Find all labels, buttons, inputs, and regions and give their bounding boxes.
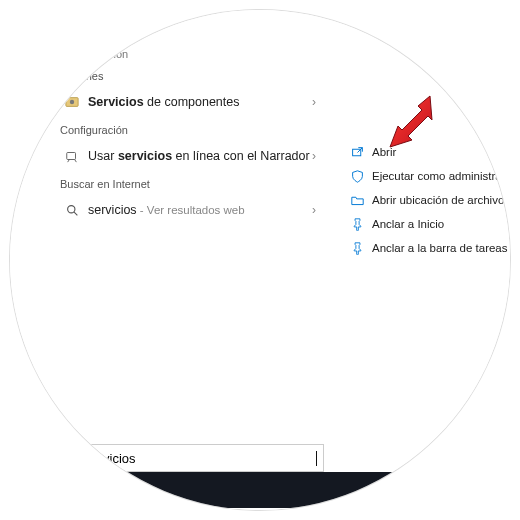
- svg-rect-13: [474, 486, 479, 488]
- action-pin-start[interactable]: Anclar a Inicio: [350, 212, 510, 236]
- file-explorer-icon[interactable]: [461, 472, 503, 508]
- result-narrador-services[interactable]: Usar servicios en línea con el Narrador …: [60, 142, 320, 170]
- search-box[interactable]: [58, 444, 324, 472]
- pin-taskbar-icon: [350, 241, 364, 255]
- svg-point-3: [67, 205, 74, 212]
- start-search-panel: Aplicación caciones Servicios de compone…: [10, 10, 510, 510]
- action-open-location[interactable]: Abrir ubicación de archivo: [350, 188, 510, 212]
- action-label: Abrir: [372, 146, 396, 158]
- taskbar-icons: [377, 472, 510, 508]
- svg-rect-12: [446, 493, 448, 496]
- action-open[interactable]: Abrir: [350, 140, 510, 164]
- action-label: Anclar a la barra de tareas: [372, 242, 508, 254]
- folder-icon: [350, 193, 364, 207]
- context-actions: Abrir Ejecutar como administrador Abrir …: [350, 140, 510, 260]
- section-web: Buscar en Internet: [60, 178, 320, 190]
- text-caret: [316, 451, 317, 466]
- svg-line-7: [73, 458, 76, 461]
- svg-point-8: [392, 484, 404, 496]
- action-label: Abrir ubicación de archivo: [372, 194, 504, 206]
- section-apps: caciones: [60, 70, 320, 82]
- svg-rect-2: [67, 153, 76, 160]
- result-label: Usar servicios en línea con el Narrador: [88, 149, 316, 164]
- section-config: Configuración: [60, 124, 320, 136]
- task-view-icon[interactable]: [419, 472, 461, 508]
- svg-line-4: [74, 212, 77, 215]
- circular-crop: Aplicación caciones Servicios de compone…: [10, 10, 510, 510]
- svg-point-6: [67, 452, 74, 459]
- svg-point-14: [506, 482, 510, 498]
- action-label: Anclar a Inicio: [372, 218, 444, 230]
- svg-rect-11: [446, 489, 448, 492]
- search-icon: [65, 450, 79, 466]
- action-run-admin[interactable]: Ejecutar como administrador: [350, 164, 510, 188]
- component-services-icon: [64, 94, 80, 110]
- pin-icon: [350, 217, 364, 231]
- svg-point-1: [70, 100, 74, 104]
- action-label: Ejecutar como administrador: [372, 170, 510, 182]
- chevron-right-icon: ›: [312, 95, 316, 109]
- chevron-right-icon: ›: [312, 149, 316, 163]
- result-label: servicios - Ver resultados web: [88, 203, 316, 218]
- cortana-circle-icon[interactable]: [377, 472, 419, 508]
- edge-icon[interactable]: [503, 472, 510, 508]
- search-results: Aplicación caciones Servicios de compone…: [60, 48, 320, 224]
- shield-icon: [350, 169, 364, 183]
- search-input[interactable]: [85, 451, 310, 466]
- result-web-search[interactable]: servicios - Ver resultados web ›: [60, 196, 320, 224]
- svg-rect-9: [432, 485, 444, 494]
- app-sublabel: Aplicación: [78, 48, 320, 60]
- result-label: Servicios de componentes: [88, 95, 316, 110]
- taskbar: [10, 472, 510, 508]
- narrator-icon: [64, 148, 80, 164]
- svg-rect-10: [446, 484, 448, 487]
- action-pin-taskbar[interactable]: Anclar a la barra de tareas: [350, 236, 510, 260]
- open-icon: [350, 145, 364, 159]
- result-servicios-componentes[interactable]: Servicios de componentes ›: [60, 88, 320, 116]
- search-icon: [64, 202, 80, 218]
- chevron-right-icon: ›: [312, 203, 316, 217]
